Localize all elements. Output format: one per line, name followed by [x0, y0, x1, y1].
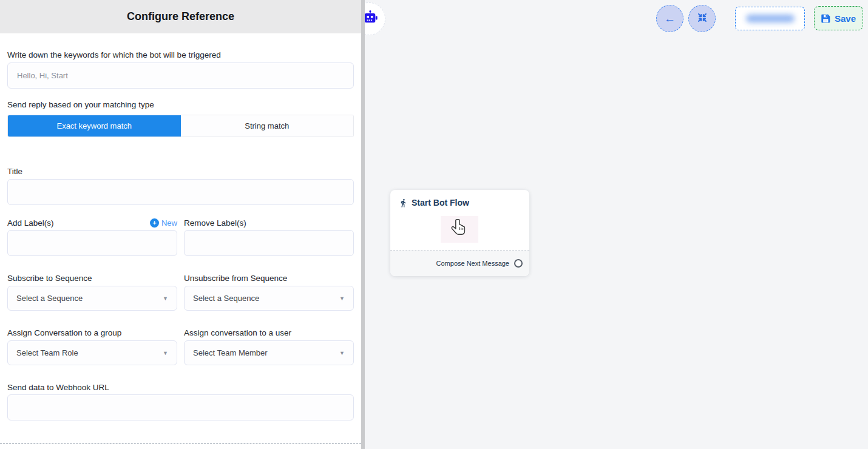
assign-labels-row: Assign Conversation to a group Assign co… [7, 328, 354, 338]
chevron-down-icon: ▼ [163, 350, 168, 356]
save-button[interactable]: Save [814, 6, 863, 30]
assign-user-select[interactable]: Select Team Member ▼ [184, 340, 354, 365]
sequence-labels-row: Subscribe to Sequence Unsubscribe from S… [7, 273, 354, 283]
assign-user-value: Select Team Member [193, 348, 268, 357]
new-label-button[interactable]: + New [150, 218, 177, 228]
node-footer: Compose Next Message [390, 251, 529, 276]
plus-icon: + [150, 218, 159, 228]
compose-next-message-label: Compose Next Message [436, 260, 509, 267]
unsubscribe-sequence-value: Select a Sequence [193, 294, 259, 303]
unsubscribe-sequence-select[interactable]: Select a Sequence ▼ [184, 286, 354, 311]
save-label: Save [835, 13, 856, 24]
labels-header-row: Add Label(s) + New Remove Label(s) [7, 218, 354, 228]
keywords-input[interactable] [7, 62, 354, 89]
assign-selects-row: Select Team Role ▼ Select Team Member ▼ [7, 340, 354, 365]
subscribe-sequence-label: Subscribe to Sequence [7, 273, 177, 283]
chevron-down-icon: ▼ [339, 295, 345, 302]
add-labels-label: Add Label(s) [7, 218, 54, 228]
back-button[interactable]: ← [656, 5, 683, 32]
robot-icon [363, 10, 378, 28]
panel-body: Write down the keywords for which the bo… [0, 50, 361, 420]
keywords-label: Write down the keywords for which the bo… [7, 50, 354, 60]
back-arrow-icon: ← [664, 13, 676, 24]
title-label: Title [7, 166, 354, 177]
subscribe-sequence-value: Select a Sequence [16, 294, 83, 303]
node-title: Start Bot Flow [412, 198, 469, 208]
labels-inputs-row [7, 230, 354, 256]
panel-scrollbar[interactable] [361, 0, 365, 449]
assign-group-value: Select Team Role [16, 348, 78, 357]
tab-string-match[interactable]: String match [181, 115, 354, 137]
assign-group-select[interactable]: Select Team Role ▼ [7, 340, 177, 365]
assign-group-label: Assign Conversation to a group [7, 328, 177, 338]
subscribe-sequence-select[interactable]: Select a Sequence ▼ [7, 286, 177, 311]
walking-person-icon [399, 198, 408, 208]
connection-handle[interactable] [514, 259, 523, 268]
sequence-selects-row: Select a Sequence ▼ Select a Sequence ▼ [7, 286, 354, 311]
cursor-overlay [441, 216, 478, 244]
compress-icon [697, 12, 708, 25]
assign-user-label: Assign conversation to a user [184, 328, 354, 338]
add-labels-input[interactable] [7, 230, 177, 256]
bottom-dashed-divider [0, 443, 361, 444]
redacted-button[interactable] [735, 7, 805, 30]
configure-reference-panel: Configure Reference Write down the keywo… [0, 0, 361, 449]
matching-type-tabs: Exact keyword match String match [7, 115, 354, 137]
webhook-label: Send data to Webhook URL [7, 382, 354, 393]
panel-header: Configure Reference [0, 0, 361, 33]
title-input[interactable] [7, 179, 354, 205]
chevron-down-icon: ▼ [163, 295, 168, 302]
tab-exact-keyword-match[interactable]: Exact keyword match [8, 115, 181, 137]
fit-view-button[interactable] [688, 5, 716, 32]
remove-labels-label: Remove Label(s) [184, 218, 354, 228]
webhook-input[interactable] [7, 394, 354, 420]
redacted-blur [746, 15, 795, 22]
unsubscribe-sequence-label: Unsubscribe from Sequence [184, 273, 354, 283]
node-header: Start Bot Flow [390, 190, 529, 208]
chevron-down-icon: ▼ [339, 350, 345, 356]
cursor-pointer-icon [450, 218, 467, 241]
page-title: Configure Reference [127, 10, 234, 23]
matching-type-label: Send reply based on your matching type [7, 100, 354, 110]
remove-labels-input[interactable] [184, 230, 354, 256]
save-icon [821, 14, 830, 23]
new-label-text: New [161, 218, 177, 228]
